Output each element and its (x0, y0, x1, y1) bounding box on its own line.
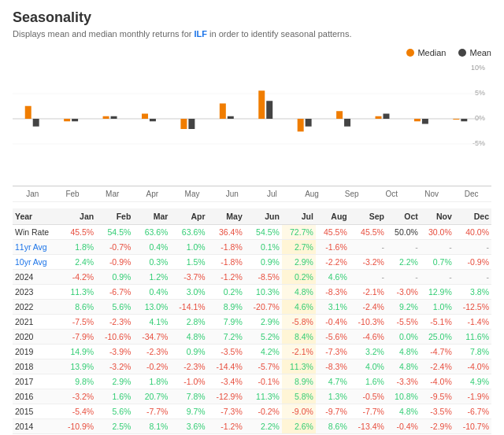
value-cell: -12.9% (208, 389, 245, 404)
value-cell: -1.0% (170, 374, 207, 389)
col-header-jun: Jun (245, 208, 282, 225)
page-title: Seasonality (13, 9, 491, 26)
value-cell: -13.4% (350, 419, 387, 434)
value-cell: -1.6% (316, 240, 350, 255)
value-cell: -3.3% (387, 374, 421, 389)
value-cell: 10.8% (387, 389, 421, 404)
mean-label: Mean (469, 48, 491, 57)
svg-rect-10 (72, 119, 78, 121)
col-header-year: Year (13, 208, 59, 225)
value-cell: 4.7% (316, 374, 350, 389)
value-cell: 25.0% (421, 330, 454, 345)
value-cell: 0.3% (133, 255, 170, 270)
value-cell: -6.7% (454, 404, 491, 419)
svg-rect-27 (414, 119, 421, 121)
table-row: 10yr Avg2.4%-0.9%0.3%1.5%-1.8%0.9%2.9%-2… (13, 255, 491, 270)
value-cell: 72.7% (282, 225, 316, 240)
value-cell: -1.2% (208, 419, 245, 434)
value-cell: 3.0% (170, 285, 207, 300)
value-cell: -4.6% (350, 330, 387, 345)
x-label-nov: Nov (412, 190, 452, 198)
x-label-feb: Feb (53, 190, 93, 198)
svg-rect-22 (306, 119, 312, 127)
value-cell: 8.9% (282, 374, 316, 389)
value-cell: 5.6% (96, 404, 133, 419)
value-cell: -8.5% (245, 270, 282, 285)
value-cell: 1.0% (170, 240, 207, 255)
value-cell: 63.6% (133, 225, 170, 240)
value-cell: 5.6% (96, 300, 133, 315)
value-cell: - (387, 240, 421, 255)
value-cell: 14.9% (59, 345, 96, 359)
col-header-aug: Aug (316, 208, 350, 225)
value-cell: 11.6% (454, 330, 491, 345)
svg-rect-28 (422, 119, 428, 124)
year-cell: 2021 (13, 315, 59, 330)
col-header-oct: Oct (387, 208, 421, 225)
value-cell: -1.9% (454, 389, 491, 404)
value-cell: -14.1% (170, 300, 207, 315)
value-cell: - (454, 240, 491, 255)
value-cell: -7.5% (59, 315, 96, 330)
value-cell: 0.4% (133, 285, 170, 300)
value-cell: -3.2% (350, 255, 387, 270)
value-cell: 0.2% (208, 285, 245, 300)
value-cell: 3.2% (350, 345, 387, 359)
value-cell: 4.9% (454, 374, 491, 389)
value-cell: 4.8% (170, 330, 207, 345)
svg-rect-9 (64, 119, 70, 121)
value-cell: 4.2% (245, 345, 282, 359)
value-cell: -1.8% (208, 240, 245, 255)
year-cell: 11yr Avg (13, 240, 59, 255)
value-cell: -9.5% (421, 389, 454, 404)
value-cell: -3.7% (170, 270, 207, 285)
value-cell: -5.7% (245, 359, 282, 374)
seasonality-chart: 10% 5% 0% -5% (13, 61, 491, 186)
value-cell: - (454, 270, 491, 285)
value-cell: -10.9% (59, 419, 96, 434)
value-cell: -2.3% (133, 345, 170, 359)
value-cell: 54.5% (245, 225, 282, 240)
value-cell: 7.9% (208, 315, 245, 330)
value-cell: -3.4% (208, 374, 245, 389)
value-cell: 1.8% (59, 240, 96, 255)
value-cell: -7.7% (133, 404, 170, 419)
table-row: 2014-10.9%2.5%8.1%3.6%-1.2%2.2%2.6%8.6%-… (13, 419, 491, 434)
value-cell: -0.9% (96, 255, 133, 270)
value-cell: 3.8% (454, 285, 491, 300)
value-cell: 4.8% (387, 359, 421, 374)
svg-rect-18 (228, 116, 234, 119)
value-cell: -0.9% (454, 255, 491, 270)
value-cell: 0.9% (245, 255, 282, 270)
x-label-apr: Apr (132, 190, 172, 198)
value-cell: -4.7% (421, 345, 454, 359)
year-cell: 2016 (13, 389, 59, 404)
svg-text:0%: 0% (475, 114, 485, 122)
col-header-apr: Apr (170, 208, 207, 225)
value-cell: 1.3% (316, 389, 350, 404)
value-cell: -4.0% (421, 374, 454, 389)
value-cell: 2.2% (387, 255, 421, 270)
value-cell: -1.2% (208, 270, 245, 285)
svg-rect-21 (298, 119, 304, 131)
svg-rect-24 (344, 119, 350, 127)
value-cell: 8.9% (208, 300, 245, 315)
value-cell: -0.4% (316, 315, 350, 330)
x-label-jun: Jun (212, 190, 252, 198)
value-cell: 3.6% (170, 419, 207, 434)
value-cell: 7.8% (454, 345, 491, 359)
value-cell: -14.4% (208, 359, 245, 374)
table-row: 2015-5.4%5.6%-7.7%9.7%-7.3%-0.2%-9.0%-9.… (13, 404, 491, 419)
value-cell: 40.0% (454, 225, 491, 240)
value-cell: -9.0% (282, 404, 316, 419)
svg-rect-14 (150, 119, 156, 121)
value-cell: -2.1% (282, 345, 316, 359)
value-cell: -2.9% (421, 419, 454, 434)
value-cell: -2.4% (421, 359, 454, 374)
svg-rect-12 (111, 116, 117, 119)
table-row: 201813.9%-3.2%-0.2%-2.3%-14.4%-5.7%11.3%… (13, 359, 491, 374)
year-cell: 2018 (13, 359, 59, 374)
value-cell: - (421, 270, 454, 285)
returns-table: YearJanFebMarAprMayJunJulAugSepOctNovDec… (13, 208, 491, 434)
value-cell: -5.8% (282, 315, 316, 330)
